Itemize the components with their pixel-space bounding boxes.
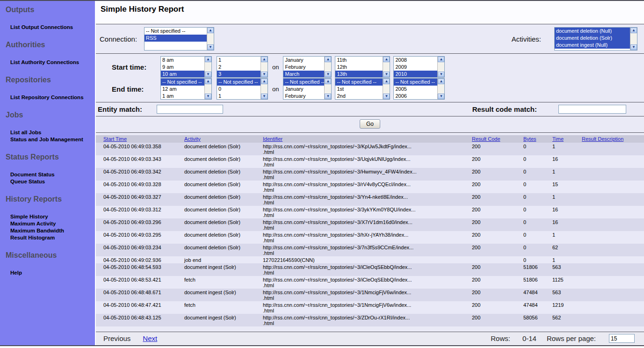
listbox-option-not-specified[interactable]: -- Not specified -- [217, 79, 260, 86]
scroll-up-icon[interactable]: ▲ [630, 28, 637, 33]
scroll-up-icon[interactable]: ▲ [261, 79, 268, 84]
listbox-option-1[interactable]: 1 [217, 93, 260, 99]
sidebar-item-result-histogram[interactable]: Result Histogram [10, 234, 95, 241]
listbox-scrollbar[interactable]: ▲▼ [324, 57, 331, 77]
scroll-up-icon[interactable]: ▲ [438, 79, 444, 84]
listbox-option-2006[interactable]: 2006 [394, 93, 437, 99]
listbox-option-11th[interactable]: 11th [335, 57, 383, 64]
listbox-scrollbar[interactable]: ▲▼ [383, 57, 390, 77]
scroll-up-icon[interactable]: ▲ [383, 57, 390, 62]
sidebar-item-maximum-activity[interactable]: Maximum Activity [10, 220, 95, 227]
listbox-option-8-am[interactable]: 8 am [161, 57, 204, 64]
scroll-up-icon[interactable]: ▲ [205, 57, 211, 62]
scroll-down-icon[interactable]: ▼ [383, 94, 390, 99]
result-code-match-input[interactable] [558, 105, 626, 114]
end-hour-select[interactable]: -- Not specified --12 am1 am▲▼ [160, 78, 212, 100]
listbox-scrollbar[interactable]: ▲▼ [260, 79, 268, 99]
listbox-option-10-am[interactable]: 10 am [161, 71, 204, 77]
scroll-down-icon[interactable]: ▼ [205, 94, 211, 99]
listbox-scrollbar[interactable]: ▲▼ [204, 79, 211, 99]
connection-select[interactable]: -- Not specified --RSS▲▼ [144, 27, 214, 51]
scroll-down-icon[interactable]: ▼ [438, 94, 444, 99]
column-header-activity[interactable]: Activity [184, 136, 201, 142]
sidebar-item-document-status[interactable]: Document Status [10, 171, 95, 178]
scroll-track[interactable] [205, 84, 211, 94]
listbox-option-1[interactable]: 1 [217, 57, 260, 64]
scroll-track[interactable] [325, 84, 331, 94]
column-header-result-code[interactable]: Result Code [472, 136, 500, 142]
scroll-track[interactable] [261, 84, 268, 94]
listbox-option-2009[interactable]: 2009 [394, 64, 437, 71]
listbox-option-document-ingest-null[interactable]: document ingest (Null) [555, 42, 630, 49]
sidebar-item-simple-history[interactable]: Simple History [10, 213, 95, 220]
scroll-track[interactable] [261, 62, 268, 72]
listbox-option-2010[interactable]: 2010 [394, 71, 437, 77]
listbox-option-march[interactable]: March [283, 71, 324, 77]
scroll-up-icon[interactable]: ▲ [205, 79, 211, 84]
listbox-option-january[interactable]: January [283, 57, 324, 64]
listbox-option-12th[interactable]: 12th [335, 64, 383, 71]
start-minute-select[interactable]: 123▲▼ [217, 56, 268, 78]
listbox-option-2[interactable]: 2 [217, 64, 260, 71]
column-header-bytes[interactable]: Bytes [523, 136, 536, 142]
scroll-track[interactable] [325, 62, 331, 72]
activities-select[interactable]: document deletion (Null)document deletio… [554, 27, 637, 51]
listbox-option-january[interactable]: January [283, 86, 324, 93]
column-header-time[interactable]: Time [552, 136, 564, 142]
sidebar-item-list-output-connections[interactable]: List Output Connections [10, 24, 95, 31]
start-year-select[interactable]: 200820092010▲▼ [393, 56, 445, 78]
scroll-track[interactable] [630, 33, 637, 44]
scroll-up-icon[interactable]: ▲ [383, 79, 390, 84]
listbox-scrollbar[interactable]: ▲▼ [260, 57, 268, 77]
rows-per-page-input[interactable] [609, 334, 635, 343]
listbox-option-0[interactable]: 0 [217, 86, 260, 93]
scroll-down-icon[interactable]: ▼ [325, 72, 331, 77]
scroll-down-icon[interactable]: ▼ [205, 72, 211, 77]
scroll-up-icon[interactable]: ▲ [207, 28, 214, 33]
sidebar-item-list-all-jobs[interactable]: List all Jobs [10, 129, 95, 136]
listbox-option-1st[interactable]: 1st [335, 86, 383, 93]
scroll-down-icon[interactable]: ▼ [261, 94, 268, 99]
scroll-down-icon[interactable]: ▼ [207, 44, 214, 50]
listbox-scrollbar[interactable]: ▲▼ [324, 79, 331, 99]
scroll-up-icon[interactable]: ▲ [325, 79, 331, 84]
scroll-down-icon[interactable]: ▼ [630, 44, 637, 50]
scroll-track[interactable] [207, 33, 214, 44]
listbox-option-2005[interactable]: 2005 [394, 86, 437, 93]
listbox-option-february[interactable]: February [283, 64, 324, 71]
scroll-track[interactable] [383, 62, 390, 72]
end-day-select[interactable]: -- Not specified --1st2nd▲▼ [335, 78, 390, 100]
listbox-option-3[interactable]: 3 [217, 71, 260, 77]
column-header-result-description[interactable]: Result Description [582, 136, 623, 142]
scroll-down-icon[interactable]: ▼ [383, 72, 390, 77]
listbox-scrollbar[interactable]: ▲▼ [204, 57, 211, 77]
listbox-scrollbar[interactable]: ▲▼ [383, 79, 390, 99]
listbox-scrollbar[interactable]: ▲▼ [437, 57, 444, 77]
listbox-option-rss[interactable]: RSS [145, 35, 207, 42]
listbox-option-9-am[interactable]: 9 am [161, 64, 204, 71]
scroll-down-icon[interactable]: ▼ [325, 94, 331, 99]
sidebar-item-list-authority-connections[interactable]: List Authority Connections [10, 59, 95, 66]
column-header-identifier[interactable]: Identifier [263, 136, 282, 142]
listbox-option-12-am[interactable]: 12 am [161, 86, 204, 93]
listbox-option-not-specified[interactable]: -- Not specified -- [145, 28, 207, 35]
listbox-option-document-deletion-null[interactable]: document deletion (Null) [555, 28, 630, 35]
scroll-track[interactable] [438, 84, 444, 94]
start-hour-select[interactable]: 8 am9 am10 am▲▼ [160, 56, 212, 78]
end-minute-select[interactable]: -- Not specified --01▲▼ [217, 78, 268, 100]
listbox-option-13th[interactable]: 13th [335, 71, 383, 77]
scroll-up-icon[interactable]: ▲ [438, 57, 444, 62]
sidebar-item-list-repository-connections[interactable]: List Repository Connections [10, 94, 95, 101]
scroll-down-icon[interactable]: ▼ [438, 72, 444, 77]
listbox-scrollbar[interactable]: ▲▼ [630, 28, 637, 50]
listbox-option-not-specified[interactable]: -- Not specified -- [394, 79, 437, 86]
start-month-select[interactable]: JanuaryFebruaryMarch▲▼ [283, 56, 332, 78]
scroll-up-icon[interactable]: ▲ [261, 57, 268, 62]
end-month-select[interactable]: -- Not specified --JanuaryFebruary▲▼ [283, 78, 332, 100]
listbox-scrollbar[interactable]: ▲▼ [437, 79, 444, 99]
listbox-option-not-specified[interactable]: -- Not specified -- [161, 79, 204, 86]
sidebar-item-maximum-bandwidth[interactable]: Maximum Bandwidth [10, 227, 95, 234]
sidebar-item-status-and-job-management[interactable]: Status and Job Management [10, 136, 95, 143]
listbox-option-document-deletion-solr[interactable]: document deletion (Solr) [555, 35, 630, 42]
listbox-option-2nd[interactable]: 2nd [335, 93, 383, 99]
